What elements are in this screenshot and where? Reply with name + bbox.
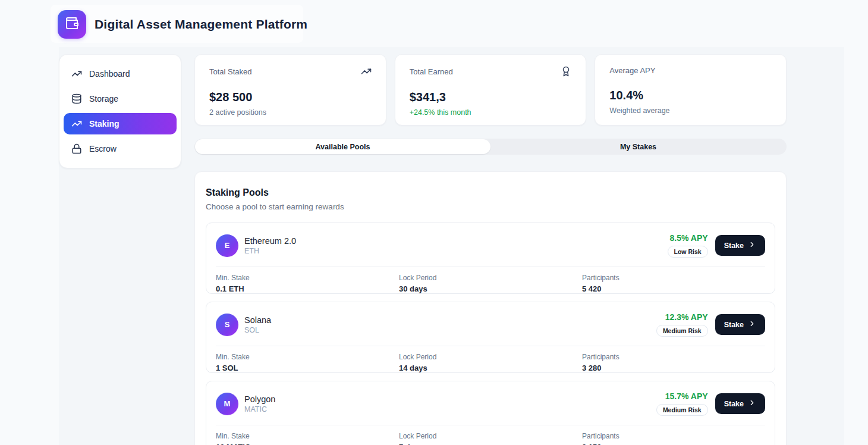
pool-avatar: M xyxy=(216,393,238,415)
divider xyxy=(216,346,765,346)
stat-value: $28 500 xyxy=(209,90,372,104)
sidebar-item-dashboard[interactable]: Dashboard xyxy=(64,63,177,84)
pool-initial: E xyxy=(225,241,230,250)
staking-pools-panel: Staking Pools Choose a pool to start ear… xyxy=(194,171,787,445)
chevron-right-icon xyxy=(748,319,756,330)
lock-period-value: 30 days xyxy=(399,284,582,293)
stat-card: Total Staked $28 500 2 active positions xyxy=(194,54,386,126)
pool-avatar: S xyxy=(216,314,238,336)
stat-subtitle: Weighted average xyxy=(609,106,772,115)
risk-badge: Medium Risk xyxy=(656,325,708,337)
pool-avatar: E xyxy=(216,234,238,257)
stat-title: Total Staked xyxy=(209,67,252,76)
pool-symbol: MATIC xyxy=(244,405,275,413)
pool-name: Polygon xyxy=(244,394,275,404)
database-icon xyxy=(71,93,82,104)
pool-card: S Solana SOL 12.3% APY Medium Risk Stake… xyxy=(206,302,775,373)
min-stake-field: Min. Stake 10 MATIC xyxy=(216,432,399,445)
field-label: Min. Stake xyxy=(216,274,399,282)
trending-up-icon xyxy=(71,118,82,129)
stat-subtitle: +24.5% this month xyxy=(410,108,572,117)
min-stake-field: Min. Stake 1 SOL xyxy=(216,353,399,372)
wallet-icon xyxy=(65,16,79,33)
page-title: Digital Asset Management Platform xyxy=(95,17,307,32)
tab-label: Available Pools xyxy=(316,143,370,151)
pool-initial: S xyxy=(225,320,230,329)
stat-card: Average APY 10.4% Weighted average xyxy=(595,54,787,126)
sidebar-item-escrow[interactable]: Escrow xyxy=(64,138,177,159)
trending-up-icon xyxy=(361,66,372,77)
pool-name: Ethereum 2.0 xyxy=(244,236,296,246)
sidebar: Dashboard Storage Staking Escrow xyxy=(59,54,181,168)
stake-button[interactable]: Stake xyxy=(715,393,765,414)
chevron-right-icon xyxy=(748,240,756,250)
pool-list: E Ethereum 2.0 ETH 8.5% APY Low Risk Sta… xyxy=(206,223,775,445)
tabs-bar: Available Pools My Stakes xyxy=(194,139,787,155)
app-logo xyxy=(58,10,86,39)
pool-initial: M xyxy=(224,399,231,408)
chevron-right-icon xyxy=(748,399,756,409)
stat-title: Average APY xyxy=(609,66,655,75)
main-content: Total Staked $28 500 2 active positions … xyxy=(194,54,787,445)
min-stake-field: Min. Stake 0.1 ETH xyxy=(216,274,399,293)
sidebar-item-storage[interactable]: Storage xyxy=(64,88,177,109)
lock-period-value: 7 days xyxy=(399,443,582,445)
risk-badge: Medium Risk xyxy=(656,404,708,416)
field-label: Min. Stake xyxy=(216,432,399,440)
lock-period-field: Lock Period 14 days xyxy=(399,353,582,372)
participants-field: Participants 3 280 xyxy=(582,353,765,372)
award-icon xyxy=(561,66,571,77)
pool-apy: 12.3% APY xyxy=(665,312,708,322)
panel-title: Staking Pools xyxy=(206,187,775,198)
risk-badge: Low Risk xyxy=(668,246,708,258)
divider xyxy=(216,267,765,267)
sidebar-item-label: Escrow xyxy=(89,144,117,153)
tab-label: My Stakes xyxy=(620,143,656,151)
stats-row: Total Staked $28 500 2 active positions … xyxy=(194,54,787,126)
field-label: Min. Stake xyxy=(216,353,399,361)
stat-title: Total Earned xyxy=(410,67,453,76)
pool-name: Solana xyxy=(244,315,271,325)
stat-value: 10.4% xyxy=(609,89,772,102)
field-label: Participants xyxy=(582,353,765,361)
pool-apy: 15.7% APY xyxy=(665,391,708,401)
field-label: Participants xyxy=(582,274,765,282)
sidebar-item-label: Storage xyxy=(89,94,118,104)
field-label: Lock Period xyxy=(399,432,582,440)
sidebar-item-label: Dashboard xyxy=(89,69,130,79)
trending-up-icon xyxy=(71,68,82,79)
pool-symbol: SOL xyxy=(244,326,271,334)
stake-button-label: Stake xyxy=(724,321,744,329)
app-header: Digital Asset Management Platform xyxy=(0,0,868,47)
field-label: Lock Period xyxy=(399,353,582,361)
stake-button[interactable]: Stake xyxy=(715,314,765,335)
stat-subtitle: 2 active positions xyxy=(209,108,372,117)
stake-button[interactable]: Stake xyxy=(715,235,765,256)
tab-my-stakes[interactable]: My Stakes xyxy=(490,139,786,154)
min-stake-value: 10 MATIC xyxy=(216,443,399,445)
lock-period-field: Lock Period 30 days xyxy=(399,274,582,293)
lock-period-field: Lock Period 7 days xyxy=(399,432,582,445)
divider xyxy=(216,425,765,425)
sidebar-item-staking[interactable]: Staking xyxy=(64,113,177,134)
pool-card: E Ethereum 2.0 ETH 8.5% APY Low Risk Sta… xyxy=(206,223,775,294)
participants-field: Participants 2 150 xyxy=(582,432,765,445)
pool-symbol: ETH xyxy=(244,247,296,255)
stat-card: Total Earned $341,3 +24.5% this month xyxy=(395,54,587,126)
field-label: Lock Period xyxy=(399,274,582,282)
stake-button-label: Stake xyxy=(724,242,744,250)
participants-value: 2 150 xyxy=(582,443,765,445)
stake-button-label: Stake xyxy=(724,400,744,408)
min-stake-value: 1 SOL xyxy=(216,363,399,372)
participants-field: Participants 5 420 xyxy=(582,274,765,293)
lock-icon xyxy=(71,143,82,154)
stat-value: $341,3 xyxy=(410,90,572,104)
participants-value: 3 280 xyxy=(582,363,765,372)
tab-available-pools[interactable]: Available Pools xyxy=(195,139,490,154)
pool-card: M Polygon MATIC 15.7% APY Medium Risk St… xyxy=(206,381,775,445)
participants-value: 5 420 xyxy=(582,284,765,293)
field-label: Participants xyxy=(582,432,765,440)
lock-period-value: 14 days xyxy=(399,363,582,372)
panel-subtitle: Choose a pool to start earning rewards xyxy=(206,202,775,211)
pool-apy: 8.5% APY xyxy=(670,233,708,243)
